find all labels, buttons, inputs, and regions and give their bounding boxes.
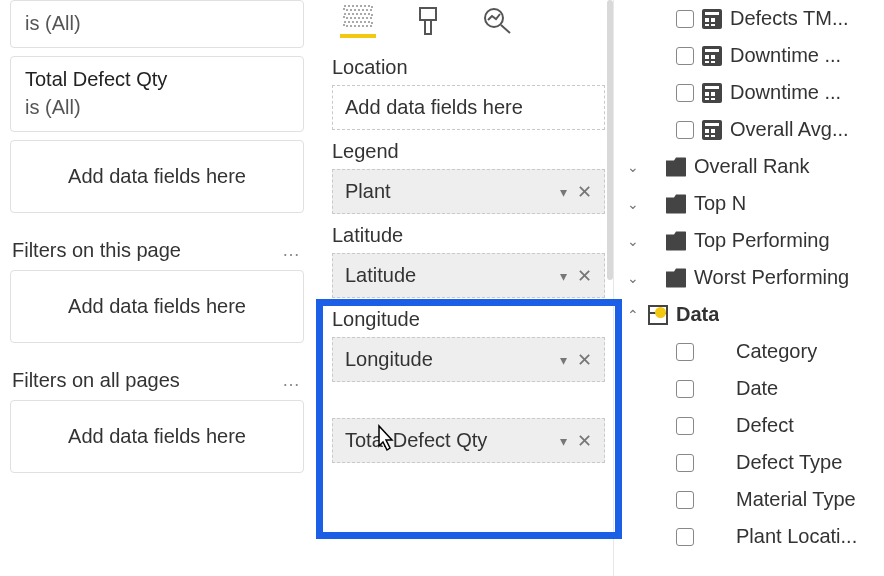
- checkbox[interactable]: [676, 454, 694, 472]
- remove-icon[interactable]: ✕: [577, 351, 592, 369]
- well-label-longitude: Longitude: [332, 308, 605, 331]
- field-measure[interactable]: Downtime ...: [618, 37, 884, 74]
- checkbox[interactable]: [676, 491, 694, 509]
- field-label: Downtime ...: [730, 44, 841, 67]
- checkbox[interactable]: [676, 10, 694, 28]
- filter-card-scope: is (All): [25, 9, 289, 37]
- filter-card[interactable]: Total Defect Qty is (All): [10, 56, 304, 132]
- well-size-chip[interactable]: Total Defect Qty ▾ ✕: [332, 418, 605, 463]
- field-column[interactable]: Defect Type: [618, 444, 884, 481]
- svg-rect-1: [344, 14, 372, 18]
- measure-icon: [702, 83, 722, 103]
- field-measure[interactable]: Defects TM...: [618, 0, 884, 37]
- field-label: Overall Avg...: [730, 118, 849, 141]
- field-folder[interactable]: ⌄ Worst Performing: [618, 259, 884, 296]
- field-column[interactable]: Category: [618, 333, 884, 370]
- remove-icon[interactable]: ✕: [577, 183, 592, 201]
- measure-icon: [702, 120, 722, 140]
- chip-label: Latitude: [345, 264, 416, 287]
- filters-pane: is (All) Total Defect Qty is (All) Add d…: [0, 0, 312, 576]
- checkbox[interactable]: [676, 528, 694, 546]
- well-latitude-chip[interactable]: Latitude ▾ ✕: [332, 253, 605, 298]
- well-label-latitude: Latitude: [332, 224, 605, 247]
- chevron-up-icon[interactable]: ⌃: [626, 307, 640, 323]
- filter-dropzone-page[interactable]: Add data fields here: [10, 270, 304, 343]
- chip-label: Total Defect Qty: [345, 429, 487, 452]
- field-measure[interactable]: Downtime ...: [618, 74, 884, 111]
- field-label: Plant Locati...: [736, 525, 857, 548]
- checkbox[interactable]: [676, 121, 694, 139]
- folder-icon: [666, 194, 686, 214]
- filter-card[interactable]: is (All): [10, 0, 304, 48]
- remove-icon[interactable]: ✕: [577, 432, 592, 450]
- chevron-down-icon[interactable]: ▾: [560, 185, 567, 199]
- filter-dropzone-all[interactable]: Add data fields here: [10, 400, 304, 473]
- chevron-down-icon[interactable]: ▾: [560, 434, 567, 448]
- well-label-legend: Legend: [332, 140, 605, 163]
- fields-pane: Defects TM... Downtime ... Downtime ... …: [614, 0, 884, 576]
- viz-tabs: [332, 0, 605, 46]
- field-column[interactable]: Material Type: [618, 481, 884, 518]
- field-folder[interactable]: ⌄ Overall Rank: [618, 148, 884, 185]
- folder-icon: [666, 157, 686, 177]
- tab-format[interactable]: [410, 4, 446, 38]
- well-placeholder: Add data fields here: [345, 96, 523, 118]
- fields-table[interactable]: ⌃ Data: [618, 296, 884, 333]
- dropzone-label: Add data fields here: [68, 425, 246, 447]
- field-column[interactable]: Plant Locati...: [618, 518, 884, 555]
- more-icon[interactable]: …: [282, 240, 302, 261]
- checkbox[interactable]: [676, 84, 694, 102]
- field-label: Defect: [736, 414, 794, 437]
- chevron-down-icon[interactable]: ▾: [560, 269, 567, 283]
- table-label: Data: [676, 303, 719, 326]
- chevron-down-icon[interactable]: ⌄: [626, 196, 640, 212]
- field-column[interactable]: Defect: [618, 407, 884, 444]
- chip-label: Plant: [345, 180, 391, 203]
- chip-label: Longitude: [345, 348, 433, 371]
- more-icon[interactable]: …: [282, 370, 302, 391]
- measure-icon: [702, 9, 722, 29]
- dropzone-label: Add data fields here: [68, 165, 246, 187]
- checkbox[interactable]: [676, 343, 694, 361]
- well-location[interactable]: Add data fields here: [332, 85, 605, 130]
- checkbox[interactable]: [676, 417, 694, 435]
- chevron-down-icon[interactable]: ⌄: [626, 159, 640, 175]
- field-label: Worst Performing: [694, 266, 849, 289]
- section-title: Filters on this page: [12, 239, 181, 262]
- tab-analytics[interactable]: [480, 4, 516, 38]
- chevron-down-icon[interactable]: ▾: [560, 353, 567, 367]
- checkbox[interactable]: [676, 380, 694, 398]
- visualizations-pane: Location Add data fields here Legend Pla…: [312, 0, 614, 576]
- chevron-down-icon[interactable]: ⌄: [626, 233, 640, 249]
- field-folder[interactable]: ⌄ Top N: [618, 185, 884, 222]
- field-label: Defects TM...: [730, 7, 849, 30]
- dropzone-label: Add data fields here: [68, 295, 246, 317]
- folder-icon: [666, 231, 686, 251]
- tab-fields[interactable]: [340, 4, 376, 38]
- svg-line-6: [501, 25, 510, 33]
- section-title: Filters on all pages: [12, 369, 180, 392]
- scrollbar[interactable]: [607, 0, 613, 280]
- svg-rect-2: [344, 22, 372, 26]
- filters-page-header[interactable]: Filters on this page …: [10, 233, 304, 270]
- filters-all-header[interactable]: Filters on all pages …: [10, 363, 304, 400]
- folder-icon: [666, 268, 686, 288]
- well-longitude-chip[interactable]: Longitude ▾ ✕: [332, 337, 605, 382]
- svg-rect-4: [425, 20, 431, 34]
- filter-card-title: Total Defect Qty: [25, 65, 289, 93]
- field-measure[interactable]: Overall Avg...: [618, 111, 884, 148]
- field-label: Category: [736, 340, 817, 363]
- filter-dropzone-visual[interactable]: Add data fields here: [10, 140, 304, 213]
- field-label: Material Type: [736, 488, 856, 511]
- field-folder[interactable]: ⌄ Top Performing: [618, 222, 884, 259]
- filter-card-scope: is (All): [25, 93, 289, 121]
- well-legend-chip[interactable]: Plant ▾ ✕: [332, 169, 605, 214]
- well-label-location: Location: [332, 56, 605, 79]
- remove-icon[interactable]: ✕: [577, 267, 592, 285]
- field-label: Top N: [694, 192, 746, 215]
- chevron-down-icon[interactable]: ⌄: [626, 270, 640, 286]
- svg-rect-0: [344, 6, 372, 10]
- field-column[interactable]: Date: [618, 370, 884, 407]
- checkbox[interactable]: [676, 47, 694, 65]
- field-label: Overall Rank: [694, 155, 810, 178]
